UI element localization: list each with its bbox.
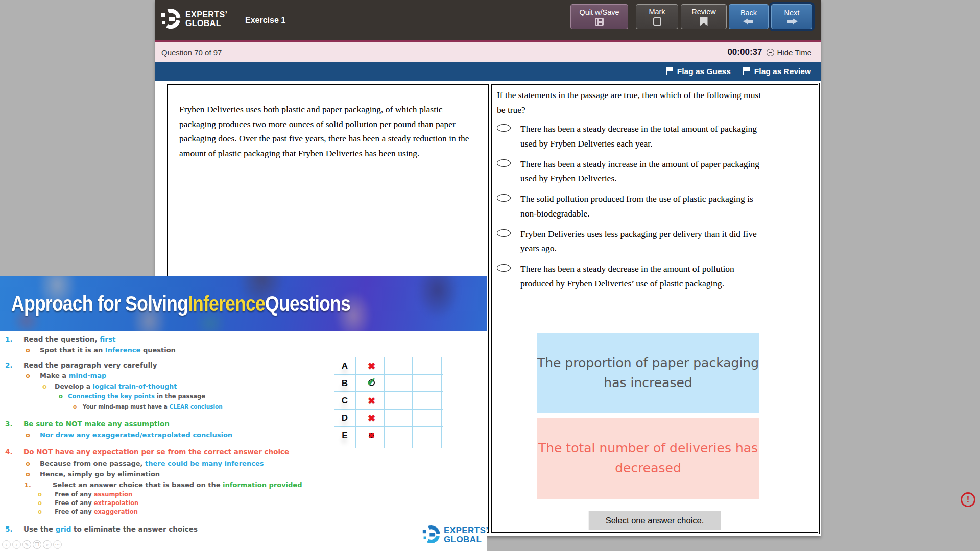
grid-letter: E — [334, 427, 355, 444]
grid-mark: ✖ — [357, 410, 386, 427]
slide-step-text: Free of any exaggeration — [0, 509, 405, 516]
zoom-icon[interactable]: ⌕ — [43, 540, 52, 549]
bookmark-icon — [700, 17, 708, 26]
red-x-icon: ✖ — [368, 432, 375, 440]
slide-step-text: Because from one passage, there could be… — [0, 460, 405, 468]
flag-icon — [666, 67, 674, 75]
slide-step-text: Do NOT have any expectation per se from … — [0, 448, 405, 456]
answer-option-text: There has been a steady decrease in the … — [520, 122, 767, 151]
radio-oval[interactable] — [497, 124, 511, 132]
slide-step-text: Hence, simply go by elimination — [0, 470, 405, 478]
grid-mark: ✖ — [357, 357, 386, 375]
answer-option[interactable]: There has been a steady decrease in the … — [497, 261, 812, 291]
slide-banner: Approach for Solving Inference Questions — [0, 276, 487, 331]
grid-mark: ✖ — [357, 427, 386, 444]
slide-step-marker: o — [26, 431, 30, 439]
radio-oval[interactable] — [497, 194, 511, 202]
answer-option[interactable]: There has been a steady decrease in the … — [497, 122, 812, 151]
slide-step: o Hence, simply go by elimination — [0, 470, 405, 478]
answer-option[interactable]: The solid pollution produced from the us… — [497, 191, 812, 221]
answer-option[interactable]: There has been a steady increase in the … — [497, 157, 812, 186]
slide-step-marker: o — [26, 372, 30, 380]
experts-global-logo-icon — [160, 8, 181, 31]
question-info-bar: Question 70 of 97 00:00:37 Hide Time — [155, 42, 821, 62]
radio-oval[interactable] — [497, 264, 511, 272]
answer-options-list: There has been a steady decrease in the … — [497, 122, 812, 291]
answer-option-text: The solid pollution produced from the us… — [520, 191, 767, 221]
radio-oval[interactable] — [497, 159, 511, 167]
question-progress: Question 70 of 97 — [161, 48, 222, 57]
answer-option-text: There has been a steady increase in the … — [520, 157, 767, 186]
radio-oval[interactable] — [497, 229, 511, 237]
desktop: EXPERTS’ GLOBAL Exercise 1 Quit w/Save M… — [0, 0, 980, 551]
slide-step-marker: o — [38, 491, 42, 498]
slide-step-marker: o — [38, 509, 42, 516]
elimination-grid: A ✖ B ✔ C ✖ D ✖ E ✖ — [334, 357, 443, 445]
flag-icon — [743, 67, 751, 75]
copy-icon[interactable]: ❐ — [33, 540, 41, 549]
grid-line — [355, 357, 356, 448]
grid-line — [441, 357, 442, 448]
answer-option-text: Fryben Deliveries uses less packaging pe… — [520, 227, 767, 256]
experts-global-logo: EXPERTS’ GLOBAL — [160, 8, 227, 31]
red-x-icon: ✖ — [368, 396, 375, 406]
flag-bar: Flag as Guess Flag as Review — [155, 62, 821, 81]
arrow-right-icon — [786, 18, 798, 25]
previous-icon[interactable]: ‹ — [2, 540, 11, 549]
logo-wordmark: EXPERTS’ GLOBAL — [185, 11, 227, 28]
grid-row: A ✖ — [334, 357, 443, 375]
grid-line — [412, 357, 413, 448]
slide-step-marker: o — [73, 403, 77, 410]
edit-icon[interactable]: ✎ — [22, 540, 31, 549]
mark-button[interactable]: Mark — [636, 4, 678, 29]
grid-mark: ✖ — [357, 392, 386, 410]
arrow-left-icon — [743, 18, 754, 25]
grid-row: D ✖ — [334, 410, 443, 427]
select-instruction: Select one answer choice. — [589, 511, 721, 530]
red-x-icon: ✖ — [368, 361, 375, 371]
slide-step-marker: o — [59, 393, 63, 400]
slide-step-marker: o — [26, 470, 30, 478]
hide-time-toggle[interactable]: Hide Time — [767, 48, 811, 57]
next-icon[interactable]: › — [12, 540, 21, 549]
grid-letter: A — [334, 357, 355, 375]
slide-step-marker: o — [38, 500, 42, 507]
question-stem: If the statements in the passage are tru… — [497, 88, 762, 117]
slide-step: o Because from one passage, there could … — [0, 460, 405, 468]
flag-as-review-button[interactable]: Flag as Review — [743, 67, 811, 76]
slide-step-marker: 4. — [5, 448, 13, 456]
back-button[interactable]: Back — [729, 4, 769, 29]
experts-global-logo-icon — [422, 525, 440, 545]
quit-with-save-button[interactable]: Quit w/Save — [570, 4, 628, 29]
slide-step: 1. Select an answer choice that is based… — [0, 481, 405, 489]
grid-row: E ✖ — [334, 427, 443, 444]
grid-mark: ✔ — [357, 375, 386, 392]
slide-step-text: Spot that it is an Inference question — [0, 346, 405, 354]
slide-step-text: Free of any assumption — [0, 491, 405, 498]
grid-row: B ✔ — [334, 375, 443, 392]
passage-text: Fryben Deliveries uses both plastic and … — [168, 85, 488, 161]
slide-step-marker: 1. — [5, 335, 13, 343]
slide-step-marker: o — [42, 382, 47, 390]
answer-option[interactable]: Fryben Deliveries uses less packaging pe… — [497, 227, 812, 256]
slide-step: o Spot that it is an Inference question — [0, 346, 405, 354]
question-panel: If the statements in the passage are tru… — [491, 84, 818, 533]
slide-step: 5. Use the grid to eliminate the answer … — [0, 525, 405, 533]
annotation-note-blue: The proportion of paper packaging has in… — [537, 333, 759, 413]
slide-viewer-toolbar: ‹›✎❐⌕⋯ — [2, 540, 62, 549]
grid-line — [384, 357, 385, 448]
alert-icon[interactable]: ! — [961, 492, 975, 507]
grid-letter: D — [334, 410, 355, 427]
slide-step-text: Select an answer choice that is based on… — [0, 481, 405, 489]
more-icon[interactable]: ⋯ — [53, 540, 62, 549]
review-button[interactable]: Review — [681, 4, 727, 29]
flag-as-guess-button[interactable]: Flag as Guess — [666, 67, 731, 76]
slide-step-marker: o — [26, 346, 30, 354]
slide-step-text: Use the grid to eliminate the answer cho… — [0, 525, 405, 533]
slide-step: o Free of any exaggeration — [0, 509, 405, 516]
next-button[interactable]: Next — [771, 4, 812, 29]
answer-option-text: There has been a steady decrease in the … — [520, 261, 767, 291]
slide-step-marker: 5. — [5, 525, 13, 533]
save-icon — [595, 18, 604, 26]
timer: 00:00:37 — [727, 47, 762, 57]
